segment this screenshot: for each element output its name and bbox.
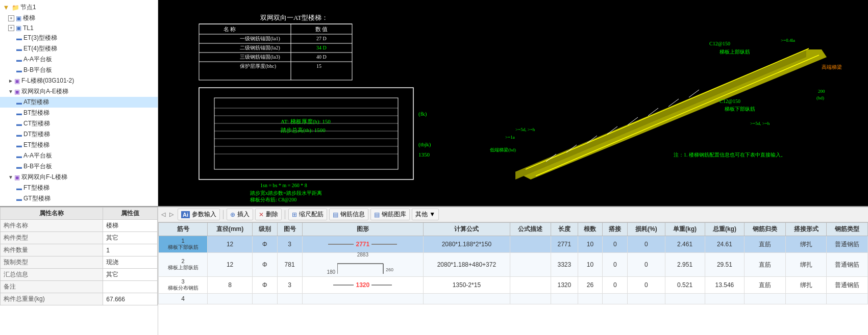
- cell-r2-fig: 781: [277, 253, 302, 277]
- tree-aa-plat2[interactable]: ▬ A-A平台板: [0, 150, 158, 161]
- doc-icon-et3: ▬: [16, 35, 22, 41]
- delete-button[interactable]: ✕ 删除: [255, 209, 282, 220]
- rebar-lib-icon: ▤: [374, 211, 380, 218]
- svg-text:>=0.4la: >=0.4la: [781, 38, 795, 43]
- col-header-desc: 公式描述: [510, 223, 551, 236]
- svg-text:数 值: 数 值: [315, 26, 328, 32]
- plus-icon2: +: [8, 25, 14, 31]
- tree-ae-group[interactable]: ▼ ▣ 双网双向A-E楼梯: [0, 86, 158, 97]
- tree-tl1[interactable]: + ▣ TL1: [0, 23, 158, 33]
- tree-fl-group[interactable]: ▼ ▣ 双网双向F-L楼梯: [0, 172, 158, 183]
- doc-icon-bb: ▬: [16, 67, 22, 73]
- svg-text:27 D: 27 D: [316, 36, 327, 41]
- cell-r3-grade: Φ: [252, 277, 277, 294]
- cell-r3-unit-weight: 0.521: [665, 277, 705, 294]
- param-input-button[interactable]: Ai 参数输入: [178, 209, 220, 220]
- rebar-lib-button[interactable]: ▤ 钢筋图库: [370, 209, 410, 220]
- delete-icon: ✕: [259, 211, 264, 218]
- component-icon: ▣: [16, 15, 21, 22]
- rebar-table-container[interactable]: 筋号 直径(mm) 级别 图号 图形 计算公式 公式描述 长度 根数 搭接 损耗…: [158, 222, 868, 335]
- tree-at[interactable]: ▬ AT型楼梯: [0, 97, 158, 108]
- cell-r1-grade: Φ: [252, 236, 277, 253]
- cell-r1-total-weight: 24.61: [705, 236, 745, 253]
- tree-tl1-label: TL1: [23, 24, 34, 32]
- other-button[interactable]: 其他 ▼: [412, 209, 439, 220]
- insert-button[interactable]: ⊕ 插入: [227, 209, 253, 220]
- doc-icon-ft: ▬: [16, 185, 22, 191]
- svg-text:梯板分布筋: C8@200: 梯板分布筋: C8@200: [250, 197, 296, 202]
- cell-r1-category: 直筋: [745, 236, 786, 253]
- props-label-note: 备注: [1, 281, 103, 293]
- cell-r4-num: 4: [159, 294, 208, 304]
- cell-r2-count: 10: [578, 253, 603, 277]
- cell-r1-num-val: 1: [182, 238, 185, 244]
- tree-fl[interactable]: ► ▣ F-L楼梯(03G101-2): [0, 75, 158, 86]
- doc-icon-at: ▬: [16, 99, 22, 106]
- col-header-category: 钢筋归类: [745, 223, 786, 236]
- svg-text:踏步宽x踏步数=踏步段水平距离: 踏步宽x踏步数=踏步段水平距离: [250, 190, 322, 196]
- tree-root[interactable]: ▼ 📁 节点1: [0, 2, 158, 13]
- rebar-info-label: 钢筋信息: [340, 210, 365, 219]
- tree-et3-label: ET(3)型楼梯: [23, 34, 57, 42]
- cell-r1-lap: 0: [603, 236, 628, 253]
- tree-bb-platform[interactable]: ▬ B-B平台板: [0, 65, 158, 75]
- r3-shape-value: 1320: [356, 281, 369, 289]
- tree-dt[interactable]: ▬ DT型楼梯: [0, 129, 158, 140]
- cell-r1-fig: 3: [277, 236, 302, 253]
- svg-text:双网双向一AT型楼梯：: 双网双向一AT型楼梯：: [260, 14, 328, 21]
- rebar-row-3[interactable]: 3 梯板分布钢筋 8 Φ 3 1320: [159, 277, 868, 294]
- cell-r2-rebar-type: 普通钢筋: [827, 253, 868, 277]
- cell-r3-desc: [510, 277, 551, 294]
- tree-bb2-label: B-B平台板: [23, 162, 52, 171]
- rebar-row-4[interactable]: 4: [159, 294, 868, 304]
- props-label-count: 构件数量: [1, 244, 103, 256]
- col-header-formula: 计算公式: [424, 223, 510, 236]
- cell-r4-diam: [208, 294, 253, 304]
- props-value-note: [103, 281, 158, 293]
- tree-ct[interactable]: ▬ CT型楼梯: [0, 118, 158, 129]
- col-header-rebar-type: 钢筋类型: [827, 223, 868, 236]
- cell-r4-loss: [628, 294, 665, 304]
- cell-r3-count: 26: [578, 277, 603, 294]
- props-label-summary: 汇总信息: [1, 269, 103, 281]
- cell-r3-diam: 8: [208, 277, 253, 294]
- tree-aa-platform[interactable]: ▬ A-A平台板: [0, 54, 158, 65]
- svg-text:15: 15: [316, 63, 321, 69]
- col-header-grade: 级别: [252, 223, 277, 236]
- svg-text:C12@150: C12@150: [720, 98, 740, 104]
- cad-panel: 双网双向一AT型楼梯： 名 称 数 值 一级钢筋锚固(la1) 27 D 二级钢…: [158, 0, 868, 206]
- rebar-row-2[interactable]: 2 梯板上部纵筋 12 Φ 781 2883: [159, 253, 868, 277]
- svg-text:C12@150: C12@150: [709, 41, 730, 46]
- cell-r4-length: [551, 294, 578, 304]
- doc-icon-dt: ▬: [16, 132, 22, 138]
- scale-rebar-button[interactable]: ⊞ 缩尺配筋: [288, 209, 327, 220]
- rebar-row-1[interactable]: 1 梯板下部纵筋 12 Φ 3 2771: [159, 236, 868, 253]
- tree-et3[interactable]: ▬ ET(3)型楼梯: [0, 33, 158, 43]
- svg-text:1sn = bs * m = 260 * 8: 1sn = bs * m = 260 * 8: [260, 183, 307, 188]
- tree-et[interactable]: ▬ ET型楼梯: [0, 140, 158, 150]
- properties-panel: 属性名称 属性值 构件名称 楼梯 构件类型 其它 构件数量 1: [0, 207, 158, 335]
- cell-r2-name: 梯板上部纵筋: [162, 264, 204, 271]
- cell-r2-grade: Φ: [252, 253, 277, 277]
- cell-r2-loss: 0: [628, 253, 665, 277]
- tree-bb-plat2[interactable]: ▬ B-B平台板: [0, 161, 158, 172]
- properties-table: 属性名称 属性值 构件名称 楼梯 构件类型 其它 构件数量 1: [0, 207, 158, 305]
- tree-root-label: 节点1: [20, 3, 36, 12]
- rebar-info-button[interactable]: ▤ 钢筋信息: [329, 209, 368, 220]
- svg-text:注：1. 楼梯钢筋配置信息也可在下表中直接输入。: 注：1. 楼梯钢筋配置信息也可在下表中直接输入。: [674, 152, 786, 158]
- svg-text:高端梯梁: 高端梯梁: [822, 64, 842, 70]
- tree-aa-label: A-A平台板: [23, 55, 52, 64]
- r3-shape-line-left: [333, 285, 354, 286]
- tree-ft[interactable]: ▬ FT型楼梯: [0, 183, 158, 193]
- doc-icon-bt: ▬: [16, 110, 22, 116]
- expand-ae: ▼: [8, 89, 13, 94]
- tree-et4[interactable]: ▬ ET(4)型楼梯: [0, 43, 158, 54]
- tree-bt[interactable]: ▬ BT型楼梯: [0, 108, 158, 118]
- cell-r1-loss: 0: [628, 236, 665, 253]
- props-row-weight: 构件总重量(kg) 67.666: [1, 293, 158, 305]
- tree-gt[interactable]: ▬ GT型楼梯: [0, 193, 158, 204]
- rebar-table-header-row: 筋号 直径(mm) 级别 图号 图形 计算公式 公式描述 长度 根数 搭接 损耗…: [159, 223, 868, 236]
- tree-fl-label: F-L楼梯(03G101-2): [21, 76, 74, 85]
- tree-louty[interactable]: + ▣ 楼梯: [0, 13, 158, 23]
- r2-shape-svg: 260: [337, 259, 399, 275]
